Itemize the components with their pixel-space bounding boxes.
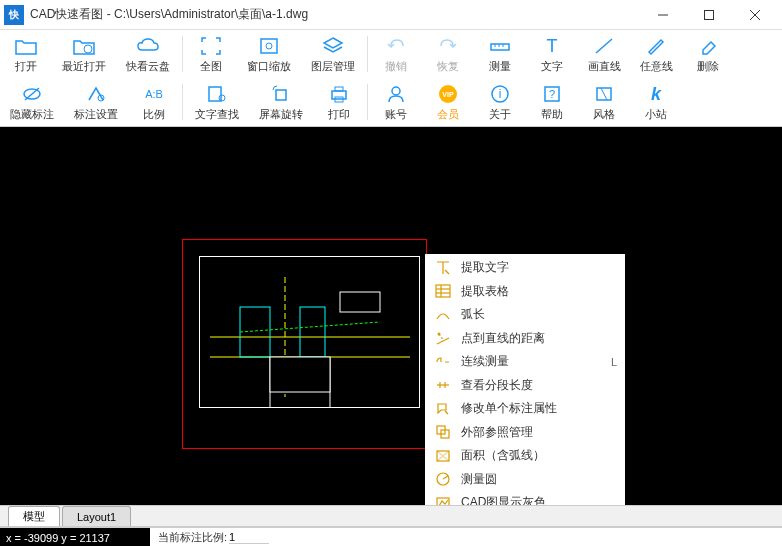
menu-item-label: 点到直线的距离 [461,330,617,347]
svg-rect-20 [332,91,346,99]
menu-item-area[interactable]: 面积（含弧线） [425,444,625,468]
titlebar: 快 CAD快速看图 - C:\Users\Administrator\桌面\a-… [0,0,782,30]
svg-text:k: k [651,84,662,104]
svg-rect-42 [436,285,450,297]
redo-button[interactable]: 恢复 [422,30,474,78]
window-controls [640,0,778,30]
help-button[interactable]: ?帮助 [526,78,578,126]
line-button[interactable]: 画直线 [578,30,630,78]
svg-rect-7 [491,44,509,50]
search-text-icon [204,83,230,105]
menu-item-point-line[interactable]: 点到直线的距离 [425,327,625,351]
user-icon [383,83,409,105]
status-scale-input[interactable] [229,531,269,544]
hide-annotation-button[interactable]: 隐藏标注 [0,78,64,126]
menu-item-table-extract[interactable]: 提取表格 [425,280,625,304]
k-logo-icon: k [643,83,669,105]
table-extract-icon [433,283,453,299]
style-button[interactable]: 风格 [578,78,630,126]
window-title: CAD快速看图 - C:\Users\Administrator\桌面\a-1.… [30,6,640,23]
text-button[interactable]: T文字 [526,30,578,78]
pencil-icon [643,35,669,57]
menu-item-label: CAD图显示灰色 [461,494,617,505]
scale-button[interactable]: A:B比例 [128,78,180,126]
account-button[interactable]: 账号 [370,78,422,126]
menu-item-circle[interactable]: 测量圆 [425,468,625,492]
svg-rect-36 [340,292,380,312]
undo-button[interactable]: 撤销 [370,30,422,78]
segment-icon [433,377,453,393]
menu-item-shortcut: L [611,356,617,368]
xref-icon [433,424,453,440]
print-button[interactable]: 打印 [313,78,365,126]
svg-point-4 [84,45,92,53]
menu-item-segment[interactable]: 查看分段长度 [425,374,625,398]
svg-line-56 [443,476,448,479]
close-button[interactable] [732,0,778,30]
svg-rect-35 [300,307,325,357]
menu-item-gray[interactable]: CAD图显示灰色 [425,491,625,505]
window-zoom-button[interactable]: 窗口缩放 [237,30,301,78]
station-button[interactable]: k小站 [630,78,682,126]
about-button[interactable]: i关于 [474,78,526,126]
help-icon: ? [539,83,565,105]
vip-button[interactable]: VIP会员 [422,78,474,126]
menu-item-edit-anno[interactable]: 修改单个标注属性 [425,397,625,421]
full-extent-icon [198,35,224,57]
point-line-icon [433,330,453,346]
rotate-button[interactable]: 屏幕旋转 [249,78,313,126]
menu-item-text-extract[interactable]: 提取文字 [425,256,625,280]
redo-icon [435,35,461,57]
recent-button[interactable]: 最近打开 [52,30,116,78]
cloud-button[interactable]: 快看云盘 [116,30,180,78]
layer-button[interactable]: 图层管理 [301,30,365,78]
arc-length-icon [433,307,453,323]
rotate-icon [268,83,294,105]
line-icon [591,35,617,57]
delete-button[interactable]: 删除 [682,30,734,78]
svg-rect-5 [261,39,277,53]
tab-layout1[interactable]: Layout1 [62,506,131,526]
text-find-button[interactable]: 文字查找 [185,78,249,126]
menu-item-xref[interactable]: 外部参照管理 [425,421,625,445]
menu-item-arc-length[interactable]: 弧长 [425,303,625,327]
scale-icon: A:B [141,83,167,105]
status-coordinates: x = -39099 y = 21137 [0,528,150,546]
svg-line-48 [439,334,444,341]
maximize-button[interactable] [686,0,732,30]
ruler-icon [487,35,513,57]
layout-tabs: 模型 Layout1 [0,505,782,527]
status-scale-label: 当前标注比例: [150,530,227,545]
menu-item-label: 提取表格 [461,283,617,300]
open-button[interactable]: 打开 [0,30,52,78]
svg-line-12 [596,39,612,53]
svg-point-18 [219,95,225,101]
menu-item-label: 修改单个标注属性 [461,400,617,417]
undo-icon [383,35,409,57]
full-view-button[interactable]: 全图 [185,30,237,78]
svg-text:i: i [499,87,502,101]
circle-icon [433,471,453,487]
printer-icon [326,83,352,105]
svg-line-47 [437,338,449,344]
edit-anno-icon [433,401,453,417]
main-toolbar: 打开 最近打开 快看云盘 全图 窗口缩放 图层管理 撤销 恢复 测量 T文字 画… [0,30,782,127]
menu-item-label: 测量圆 [461,471,617,488]
continuous-icon [433,354,453,370]
minimize-button[interactable] [640,0,686,30]
svg-rect-34 [240,307,270,357]
menu-item-label: 提取文字 [461,259,617,276]
drawing-canvas[interactable]: 提取文字提取表格弧长点到直线的距离连续测量L查看分段长度修改单个标注属性外部参照… [0,127,782,505]
annotation-setting-button[interactable]: 标注设置 [64,78,128,126]
area-icon [433,448,453,464]
text-icon: T [539,35,565,57]
gray-icon [433,495,453,505]
measure-button[interactable]: 测量 [474,30,526,78]
menu-item-label: 查看分段长度 [461,377,617,394]
zoom-window-icon [256,35,282,57]
text-extract-icon [433,260,453,276]
tab-model[interactable]: 模型 [8,506,60,526]
menu-item-continuous[interactable]: 连续测量L [425,350,625,374]
freeline-button[interactable]: 任意线 [630,30,682,78]
menu-item-label: 连续测量 [461,353,611,370]
